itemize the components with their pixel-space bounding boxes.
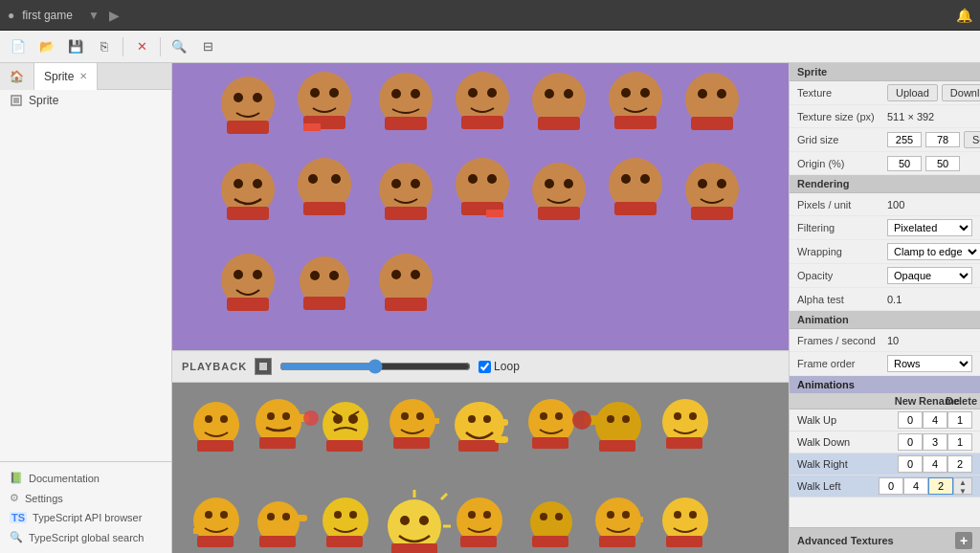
ts-api-label: TypeScript API browser: [33, 512, 142, 523]
svg-point-68: [253, 270, 262, 279]
svg-point-36: [234, 179, 243, 188]
walk-up-v3[interactable]: [947, 411, 972, 429]
sidebar-settings[interactable]: ⚙ Settings: [0, 488, 171, 508]
svg-point-145: [483, 511, 491, 519]
open-button[interactable]: 📂: [34, 34, 59, 59]
anim-header-rename: Rename: [919, 395, 946, 407]
upload-button[interactable]: Upload: [887, 84, 938, 101]
pixels-per-unit-value: 100: [887, 199, 904, 210]
svg-point-82: [220, 415, 228, 423]
wrapping-row: Wrapping Clamp to edge Repeat Mirror: [790, 240, 980, 264]
svg-point-138: [419, 516, 429, 525]
playback-label: PLAYBACK: [182, 361, 247, 372]
walk-left-v3[interactable]: [928, 477, 953, 495]
sidebar-documentation[interactable]: 📗 Documentation: [0, 468, 171, 488]
grid-size-row: Grid size Setup: [790, 128, 980, 152]
frame-order-select[interactable]: Rows Columns: [887, 355, 972, 372]
svg-rect-112: [599, 440, 635, 452]
svg-rect-156: [666, 536, 702, 547]
walk-left-spinner-up[interactable]: ▲: [954, 478, 971, 487]
sidebar-ts-global[interactable]: 🔍 TypeScript global search: [0, 527, 171, 547]
svg-point-98: [401, 412, 409, 420]
svg-point-46: [411, 179, 420, 188]
right-panel: Sprite Texture Upload Download Texture s…: [789, 63, 980, 553]
svg-rect-19: [461, 116, 503, 129]
walk-left-spinner-down[interactable]: ▼: [954, 487, 971, 495]
pixels-per-unit-row: Pixels / unit 100: [790, 193, 980, 216]
walk-right-v2[interactable]: [923, 455, 947, 473]
texture-label: Texture: [797, 87, 883, 99]
svg-rect-118: [666, 437, 702, 449]
svg-rect-62: [691, 207, 733, 220]
content-area: PLAYBACK Loop: [172, 63, 789, 553]
sprite-tab-close[interactable]: ✕: [79, 71, 87, 81]
toolbar: 📄 📂 💾 ⎘ ✕ 🔍 ⊟: [0, 31, 980, 63]
walk-down-v3[interactable]: [947, 433, 972, 451]
alpha-test-value: 0.1: [887, 294, 902, 305]
filtering-label: Filtering: [797, 222, 883, 233]
svg-point-123: [205, 511, 212, 519]
setup-button[interactable]: Setup: [964, 131, 980, 148]
origin-y-input[interactable]: [925, 156, 960, 171]
duplicate-button[interactable]: ⎘: [92, 34, 117, 59]
loop-label: Loop: [494, 360, 520, 373]
sprite-tab[interactable]: Sprite ✕: [34, 63, 98, 90]
svg-point-133: [334, 511, 342, 519]
advanced-textures-add-button[interactable]: +: [955, 532, 972, 549]
download-button[interactable]: Download: [942, 84, 980, 101]
home-tab[interactable]: 🏠: [0, 63, 34, 90]
loop-checkbox[interactable]: [479, 361, 491, 373]
anim-row-walk-up: Walk Up: [790, 409, 980, 431]
playback-scrubber[interactable]: [279, 359, 471, 374]
opacity-select[interactable]: Opaque Transparent Custom: [887, 267, 972, 284]
filtering-select[interactable]: Pixelated Bilinear Trilinear: [887, 219, 972, 236]
filter-button[interactable]: ⊟: [195, 34, 220, 59]
svg-point-119: [674, 412, 681, 420]
svg-point-71: [310, 271, 320, 280]
grid-size-w-input[interactable]: [887, 132, 922, 147]
svg-point-128: [267, 513, 275, 520]
walk-right-v1[interactable]: [898, 455, 923, 473]
svg-rect-23: [538, 117, 580, 130]
settings-label: Settings: [25, 493, 63, 504]
walk-left-v2[interactable]: [903, 477, 928, 495]
walk-up-v2[interactable]: [923, 411, 947, 429]
ts-global-icon: 🔍: [10, 531, 23, 543]
frames-svg: [180, 390, 745, 553]
tabs-bar: 🏠 Sprite ✕: [0, 63, 171, 90]
loop-checkbox-label[interactable]: Loop: [479, 360, 520, 373]
sprite-frames-area[interactable]: [172, 383, 789, 553]
svg-rect-77: [423, 276, 433, 282]
walk-left-v1[interactable]: [879, 477, 903, 495]
advanced-textures-bar[interactable]: Advanced Textures +: [790, 527, 980, 553]
animations-title: Animations: [797, 379, 855, 390]
walk-left-spinner[interactable]: ▲ ▼: [953, 477, 972, 495]
svg-point-50: [468, 174, 478, 184]
alpha-test-label: Alpha test: [797, 294, 883, 305]
svg-rect-74: [385, 298, 427, 311]
texture-row: Texture Upload Download: [790, 81, 980, 105]
sidebar-ts-api[interactable]: TS TypeScript API browser: [0, 508, 171, 527]
save-button[interactable]: 💾: [63, 34, 88, 59]
walk-down-v1[interactable]: [898, 433, 923, 451]
delete-button[interactable]: ✕: [129, 34, 154, 59]
svg-point-109: [540, 412, 547, 420]
bell-icon: 🔔: [956, 8, 972, 23]
walk-up-v1[interactable]: [898, 411, 923, 429]
filtering-row: Filtering Pixelated Bilinear Trilinear: [790, 216, 980, 240]
origin-x-input[interactable]: [887, 156, 922, 171]
grid-size-h-input[interactable]: [925, 132, 960, 147]
doc-icon: 📗: [10, 472, 23, 484]
sprite-canvas[interactable]: [172, 63, 789, 350]
walk-right-v3[interactable]: [947, 455, 972, 473]
sidebar-item-sprite[interactable]: Sprite: [0, 90, 171, 111]
wrapping-select[interactable]: Clamp to edge Repeat Mirror: [887, 243, 980, 260]
walk-down-v2[interactable]: [923, 433, 947, 451]
playback-stop-button[interactable]: [255, 358, 272, 375]
svg-rect-35: [227, 207, 269, 220]
new-file-button[interactable]: 📄: [6, 34, 31, 59]
sprite-tab-label: Sprite: [44, 70, 74, 83]
svg-point-149: [555, 513, 563, 520]
svg-point-89: [303, 410, 319, 426]
search-button[interactable]: 🔍: [167, 34, 191, 59]
